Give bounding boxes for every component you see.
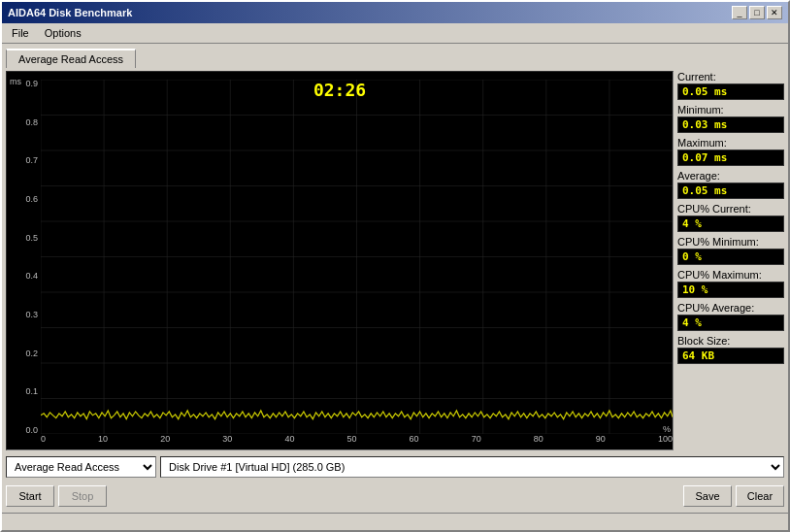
x-axis: 0 10 20 30 40 50 60 70 80 90 100 — [41, 434, 673, 449]
maximum-value: 0.07 ms — [677, 150, 784, 166]
stat-minimum: Minimum: 0.03 ms — [677, 104, 784, 133]
minimum-label: Minimum: — [677, 104, 784, 116]
save-button[interactable]: Save — [683, 485, 732, 507]
content-area: Average Read Access 02:26 ms 0.9 0.8 0.7… — [2, 44, 788, 513]
x-label-90: 90 — [596, 434, 606, 448]
cpu-minimum-label: CPU% Minimum: — [677, 236, 784, 248]
stop-button[interactable]: Stop — [58, 485, 107, 507]
y-axis: 0.9 0.8 0.7 0.6 0.5 0.4 0.3 0.2 0.1 0.0 — [7, 72, 41, 449]
y-label-05: 0.5 — [7, 234, 41, 243]
maximum-label: Maximum: — [677, 137, 784, 149]
cpu-average-value: 4 % — [677, 315, 784, 331]
main-area: 02:26 ms 0.9 0.8 0.7 0.6 0.5 0.4 0.3 0.2… — [6, 71, 784, 450]
average-label: Average: — [677, 170, 784, 182]
action-bar: Start Stop Save Clear — [6, 483, 784, 509]
x-label-10: 10 — [98, 434, 108, 448]
test-type-dropdown[interactable]: Average Read Access — [6, 456, 156, 478]
grid-area — [41, 80, 673, 434]
tab-average-read-access[interactable]: Average Read Access — [6, 49, 136, 68]
cpu-minimum-value: 0 % — [677, 249, 784, 265]
current-label: Current: — [677, 71, 784, 83]
stats-panel: Current: 0.05 ms Minimum: 0.03 ms Maximu… — [677, 71, 784, 450]
x-label-100: 100 — [658, 434, 673, 448]
x-label-30: 30 — [222, 434, 232, 448]
y-label-01: 0.1 — [7, 387, 41, 396]
stat-cpu-maximum: CPU% Maximum: 10 % — [677, 269, 784, 298]
x-label-70: 70 — [472, 434, 481, 448]
close-button[interactable]: ✕ — [767, 6, 782, 19]
cpu-maximum-label: CPU% Maximum: — [677, 269, 784, 281]
window-title: AIDA64 Disk Benchmark — [8, 7, 132, 18]
chart-timer: 02:26 — [313, 80, 366, 100]
chart-svg — [41, 80, 673, 434]
menu-file[interactable]: File — [6, 25, 35, 41]
title-bar-buttons: _ □ ✕ — [732, 6, 782, 19]
stat-block-size: Block Size: 64 KB — [677, 335, 784, 364]
menu-bar: File Options — [2, 23, 788, 44]
cpu-maximum-value: 10 % — [677, 282, 784, 298]
stat-current: Current: 0.05 ms — [677, 71, 784, 100]
stat-cpu-minimum: CPU% Minimum: 0 % — [677, 236, 784, 265]
y-label-08: 0.8 — [7, 118, 41, 127]
cpu-average-label: CPU% Average: — [677, 302, 784, 314]
current-value: 0.05 ms — [677, 83, 784, 100]
start-button[interactable]: Start — [6, 485, 54, 507]
x-label-50: 50 — [346, 434, 356, 448]
minimize-button[interactable]: _ — [732, 6, 747, 19]
y-label-02: 0.2 — [7, 349, 41, 358]
stat-average: Average: 0.05 ms — [677, 170, 784, 199]
y-label-03: 0.3 — [7, 311, 41, 319]
minimum-value: 0.03 ms — [677, 116, 784, 133]
average-value: 0.05 ms — [677, 183, 784, 199]
cpu-current-label: CPU% Current: — [677, 203, 784, 215]
clear-button[interactable]: Clear — [736, 485, 784, 507]
stat-maximum: Maximum: 0.07 ms — [677, 137, 784, 166]
stat-cpu-average: CPU% Average: 4 % — [677, 302, 784, 331]
y-label-06: 0.6 — [7, 195, 41, 204]
disk-drive-dropdown[interactable]: Disk Drive #1 [Virtual HD] (285.0 GB) — [160, 456, 784, 478]
block-size-value: 64 KB — [677, 348, 784, 364]
chart-container: 02:26 ms 0.9 0.8 0.7 0.6 0.5 0.4 0.3 0.2… — [6, 71, 674, 450]
cpu-current-value: 4 % — [677, 216, 784, 232]
maximize-button[interactable]: □ — [749, 6, 765, 19]
x-label-60: 60 — [410, 434, 419, 448]
main-window: AIDA64 Disk Benchmark _ □ ✕ File Options… — [0, 0, 790, 532]
x-label-80: 80 — [534, 434, 543, 448]
y-label-09: 0.9 — [7, 80, 41, 88]
stat-cpu-current: CPU% Current: 4 % — [677, 203, 784, 232]
block-size-label: Block Size: — [677, 335, 784, 347]
y-label-07: 0.7 — [7, 156, 41, 165]
x-label-0: 0 — [41, 434, 46, 448]
menu-options[interactable]: Options — [39, 25, 87, 41]
status-bar — [2, 513, 788, 530]
x-axis-unit: % — [663, 424, 671, 434]
title-bar: AIDA64 Disk Benchmark _ □ ✕ — [2, 2, 788, 23]
x-label-20: 20 — [160, 434, 170, 448]
y-label-04: 0.4 — [7, 272, 41, 281]
bottom-bar: Average Read Access Disk Drive #1 [Virtu… — [6, 454, 784, 480]
tab-area: Average Read Access — [6, 48, 784, 67]
x-label-40: 40 — [284, 434, 294, 448]
y-label-00: 0.0 — [7, 426, 41, 435]
